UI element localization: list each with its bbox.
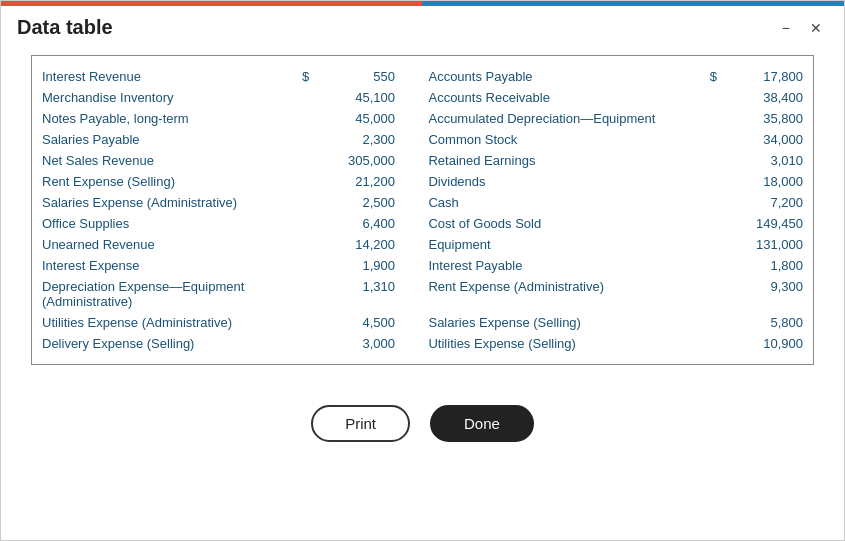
right-dollar (702, 129, 723, 150)
table-row: Interest Expense 1,900 Interest Payable … (36, 255, 809, 276)
left-label: Rent Expense (Selling) (36, 171, 294, 192)
footer-buttons: Print Done (31, 385, 814, 472)
minimize-button[interactable]: − (776, 18, 796, 38)
content-area: Interest Revenue $ 550 Accounts Payable … (1, 45, 844, 540)
right-dollar (702, 150, 723, 171)
right-dollar (702, 312, 723, 333)
right-label: Accounts Receivable (422, 87, 701, 108)
left-label: Depreciation Expense—Equipment (Administ… (36, 276, 294, 312)
col-spacer (401, 333, 422, 354)
right-value: 3,010 (723, 150, 809, 171)
left-value: 3,000 (315, 333, 401, 354)
col-spacer (401, 108, 422, 129)
right-dollar: $ (702, 66, 723, 87)
left-value: 2,300 (315, 129, 401, 150)
right-value: 131,000 (723, 234, 809, 255)
right-dollar (702, 108, 723, 129)
left-label: Office Supplies (36, 213, 294, 234)
col-spacer (401, 192, 422, 213)
table-row: Salaries Expense (Administrative) 2,500 … (36, 192, 809, 213)
data-table: Interest Revenue $ 550 Accounts Payable … (36, 66, 809, 354)
col-spacer (401, 171, 422, 192)
left-value: 1,310 (315, 276, 401, 312)
table-row: Depreciation Expense—Equipment (Administ… (36, 276, 809, 312)
right-dollar (702, 213, 723, 234)
col-spacer (401, 255, 422, 276)
table-row: Unearned Revenue 14,200 Equipment 131,00… (36, 234, 809, 255)
left-dollar (294, 312, 315, 333)
right-label: Common Stock (422, 129, 701, 150)
table-row: Delivery Expense (Selling) 3,000 Utiliti… (36, 333, 809, 354)
left-label: Salaries Payable (36, 129, 294, 150)
col-spacer (401, 129, 422, 150)
left-dollar (294, 192, 315, 213)
left-label: Interest Revenue (36, 66, 294, 87)
left-dollar (294, 108, 315, 129)
col-spacer (401, 150, 422, 171)
left-dollar (294, 333, 315, 354)
right-dollar (702, 333, 723, 354)
right-value: 7,200 (723, 192, 809, 213)
left-value: 4,500 (315, 312, 401, 333)
right-label: Cost of Goods Sold (422, 213, 701, 234)
right-value: 35,800 (723, 108, 809, 129)
left-dollar (294, 87, 315, 108)
right-dollar (702, 171, 723, 192)
right-dollar (702, 255, 723, 276)
table-row: Interest Revenue $ 550 Accounts Payable … (36, 66, 809, 87)
left-dollar (294, 129, 315, 150)
col-spacer (401, 234, 422, 255)
left-value: 45,100 (315, 87, 401, 108)
left-label: Notes Payable, long-term (36, 108, 294, 129)
main-window: Data table − ✕ Interest Revenue $ 550 Ac… (0, 0, 845, 541)
left-label: Unearned Revenue (36, 234, 294, 255)
print-button[interactable]: Print (311, 405, 410, 442)
done-button[interactable]: Done (430, 405, 534, 442)
left-dollar (294, 255, 315, 276)
table-row: Net Sales Revenue 305,000 Retained Earni… (36, 150, 809, 171)
left-label: Merchandise Inventory (36, 87, 294, 108)
left-value: 2,500 (315, 192, 401, 213)
right-label: Salaries Expense (Selling) (422, 312, 701, 333)
left-label: Delivery Expense (Selling) (36, 333, 294, 354)
right-label: Utilities Expense (Selling) (422, 333, 701, 354)
col-spacer (401, 276, 422, 312)
col-spacer (401, 312, 422, 333)
right-value: 10,900 (723, 333, 809, 354)
left-value: 1,900 (315, 255, 401, 276)
table-row: Salaries Payable 2,300 Common Stock 34,0… (36, 129, 809, 150)
col-spacer (401, 213, 422, 234)
col-spacer (401, 87, 422, 108)
right-value: 17,800 (723, 66, 809, 87)
right-label: Retained Earnings (422, 150, 701, 171)
left-value: 14,200 (315, 234, 401, 255)
right-dollar (702, 192, 723, 213)
left-dollar (294, 150, 315, 171)
col-spacer (401, 66, 422, 87)
left-label: Interest Expense (36, 255, 294, 276)
left-dollar (294, 234, 315, 255)
right-dollar (702, 276, 723, 312)
right-dollar (702, 87, 723, 108)
left-dollar (294, 171, 315, 192)
left-value: 45,000 (315, 108, 401, 129)
close-button[interactable]: ✕ (804, 18, 828, 38)
right-value: 34,000 (723, 129, 809, 150)
window-title: Data table (17, 16, 113, 39)
right-value: 18,000 (723, 171, 809, 192)
right-label: Dividends (422, 171, 701, 192)
title-bar: Data table − ✕ (1, 6, 844, 45)
right-label: Cash (422, 192, 701, 213)
left-value: 21,200 (315, 171, 401, 192)
right-dollar (702, 234, 723, 255)
left-dollar (294, 213, 315, 234)
right-label: Equipment (422, 234, 701, 255)
table-row: Office Supplies 6,400 Cost of Goods Sold… (36, 213, 809, 234)
left-value: 6,400 (315, 213, 401, 234)
right-label: Accounts Payable (422, 66, 701, 87)
left-dollar: $ (294, 66, 315, 87)
left-value: 305,000 (315, 150, 401, 171)
left-dollar (294, 276, 315, 312)
right-value: 149,450 (723, 213, 809, 234)
table-row: Notes Payable, long-term 45,000 Accumula… (36, 108, 809, 129)
